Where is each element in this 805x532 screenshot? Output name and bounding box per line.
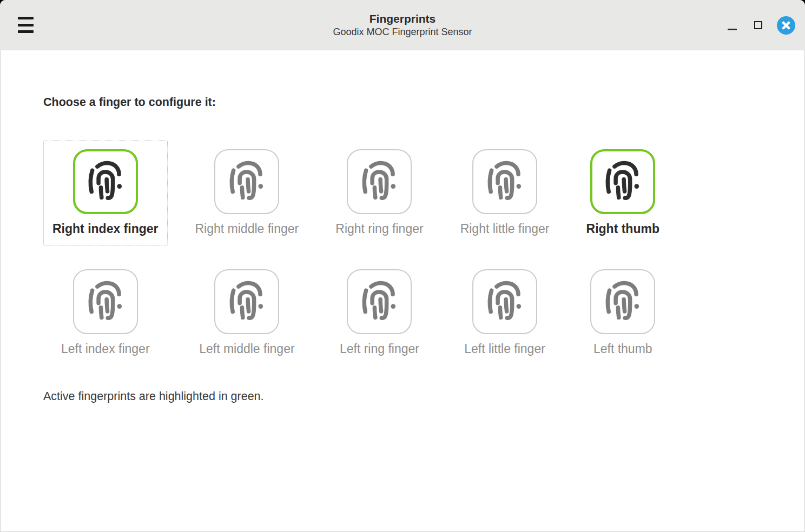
fingerprint-icon (599, 158, 646, 205)
fingerprint-icon (223, 278, 270, 325)
minimize-button[interactable] (725, 16, 739, 35)
maximize-icon (754, 21, 762, 29)
finger-tile-right-little-finger[interactable]: Right little finger (451, 141, 559, 245)
footer-note: Active fingerprints are highlighted in g… (43, 390, 805, 403)
window-subtitle: Goodix MOC Fingerprint Sensor (333, 26, 472, 38)
fingerprint-icon-box (472, 149, 537, 214)
finger-label: Left index finger (61, 342, 150, 357)
finger-label: Left thumb (593, 342, 652, 357)
fingerprint-icon-box (590, 149, 655, 214)
title-block: Fingerprints Goodix MOC Fingerprint Sens… (0, 0, 805, 50)
finger-tile-right-thumb[interactable]: Right thumb (577, 141, 669, 245)
finger-label: Right thumb (586, 222, 659, 237)
finger-grid: Right index finger Right middle finger (43, 141, 805, 365)
hamburger-icon (18, 30, 34, 33)
fingerprint-icon (223, 158, 270, 205)
minimize-icon (728, 29, 737, 30)
finger-tile-left-thumb[interactable]: Left thumb (577, 261, 669, 365)
finger-label: Right middle finger (195, 222, 299, 237)
finger-label: Left little finger (464, 342, 545, 357)
finger-tile-right-middle-finger[interactable]: Right middle finger (186, 141, 308, 245)
fingerprints-window: Fingerprints Goodix MOC Fingerprint Sens… (0, 0, 805, 532)
window-controls (725, 0, 795, 50)
window-title: Fingerprints (369, 12, 436, 26)
maximize-button[interactable] (751, 16, 765, 35)
hamburger-icon (18, 24, 34, 26)
fingerprint-icon-box (73, 269, 138, 334)
close-button[interactable] (777, 16, 795, 35)
finger-tile-right-ring-finger[interactable]: Right ring finger (326, 141, 432, 245)
fingerprint-icon (356, 158, 402, 205)
content-area: Choose a finger to configure it: Right i… (0, 96, 805, 403)
fingerprint-icon (599, 278, 646, 325)
menu-button[interactable] (18, 17, 36, 33)
finger-label: Left ring finger (340, 342, 419, 357)
finger-label: Right ring finger (335, 222, 423, 237)
fingerprint-icon-box (347, 269, 412, 334)
fingerprint-icon-box (590, 269, 655, 334)
fingerprint-icon (356, 278, 402, 325)
fingerprint-icon (82, 158, 129, 205)
finger-tile-left-index-finger[interactable]: Left index finger (43, 261, 168, 365)
fingerprint-icon-box (214, 149, 279, 214)
fingerprint-icon-box (472, 269, 537, 334)
finger-label: Left middle finger (199, 342, 294, 357)
titlebar: Fingerprints Goodix MOC Fingerprint Sens… (0, 0, 805, 50)
fingerprint-icon-box (347, 149, 412, 214)
fingerprint-icon-box (73, 149, 138, 214)
page-heading: Choose a finger to configure it: (43, 96, 805, 109)
finger-tile-left-little-finger[interactable]: Left little finger (451, 261, 559, 365)
finger-tile-left-ring-finger[interactable]: Left ring finger (326, 261, 432, 365)
hamburger-icon (18, 17, 34, 19)
close-icon (781, 21, 791, 30)
fingerprint-icon (82, 278, 129, 325)
fingerprint-icon-box (214, 269, 279, 334)
fingerprint-icon (481, 158, 528, 205)
finger-tile-left-middle-finger[interactable]: Left middle finger (186, 261, 308, 365)
finger-label: Right little finger (460, 222, 550, 237)
fingerprint-icon (481, 278, 528, 325)
finger-tile-right-index-finger[interactable]: Right index finger (43, 141, 168, 245)
finger-label: Right index finger (52, 222, 159, 237)
